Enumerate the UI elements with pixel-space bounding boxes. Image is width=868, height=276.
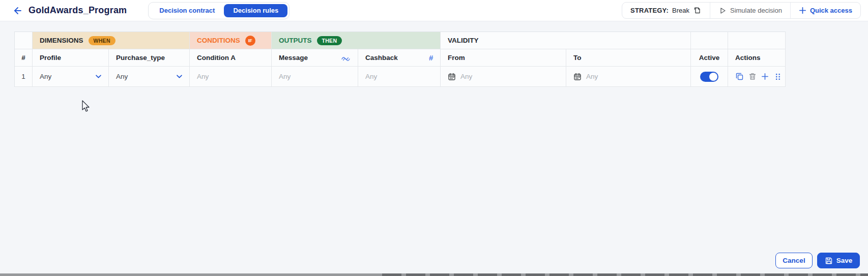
condition-a-cell: [190, 67, 272, 87]
to-date-field[interactable]: Any: [566, 67, 691, 87]
decision-rules-table: DIMENSIONS WHEN CONDITIONS IF OUTPUTS TH…: [14, 32, 786, 87]
text-type-icon: [341, 54, 351, 62]
col-header-profile: Profile: [33, 49, 109, 67]
active-cell: [691, 67, 728, 87]
trash-icon: [748, 72, 757, 81]
profile-dropdown[interactable]: Any: [33, 67, 109, 87]
cashback-cell: [358, 67, 441, 87]
add-row-button[interactable]: [761, 73, 769, 80]
strategy-label: STRATEGY:: [630, 7, 669, 14]
top-bar: GoldAwards_Program Decision contract Dec…: [0, 0, 868, 21]
arrow-left-icon: [12, 6, 22, 16]
col-header-actions: Actions: [728, 49, 786, 67]
chevron-down-icon: [177, 75, 182, 78]
group-outputs-label: OUTPUTS: [279, 37, 312, 44]
group-cell-empty-active: [691, 32, 728, 49]
quick-access-button[interactable]: Quick access: [790, 3, 860, 18]
mouse-cursor: [80, 100, 92, 113]
col-header-purchase-type: Purchase_type: [109, 49, 190, 67]
plus-icon: [799, 7, 806, 14]
quick-access-label: Quick access: [810, 7, 852, 14]
tab-decision-rules[interactable]: Decision rules: [224, 4, 287, 17]
page-title: GoldAwards_Program: [28, 5, 127, 16]
bottom-window-edge: [0, 273, 868, 276]
strategy-control[interactable]: STRATEGY: Break: [622, 3, 710, 18]
purchase-type-dropdown[interactable]: Any: [109, 67, 190, 87]
simulate-decision-button[interactable]: Simulate decision: [710, 3, 790, 18]
col-header-from: From: [441, 49, 566, 67]
delete-row-button[interactable]: [748, 72, 757, 81]
col-header-condition-a: Condition A: [190, 49, 272, 67]
when-badge: WHEN: [89, 36, 115, 45]
top-bar-left: GoldAwards_Program Decision contract Dec…: [12, 2, 290, 19]
then-badge: THEN: [317, 36, 342, 45]
group-cell-empty-actions: [728, 32, 786, 49]
calendar-icon: [573, 73, 582, 81]
tab-decision-contract[interactable]: Decision contract: [150, 4, 224, 17]
plus-icon: [761, 73, 769, 80]
col-header-message: Message: [272, 49, 358, 67]
number-type-icon: #: [429, 53, 433, 62]
message-input[interactable]: [279, 73, 351, 80]
group-conditions: CONDITIONS IF: [190, 32, 272, 49]
col-header-cashback-label: Cashback: [365, 54, 398, 62]
actions-cell: [728, 67, 786, 87]
save-button-label: Save: [836, 257, 853, 264]
col-header-active: Active: [691, 49, 728, 67]
group-validity: VALIDITY: [441, 32, 691, 49]
col-header-to: To: [566, 49, 691, 67]
cancel-button[interactable]: Cancel: [775, 253, 813, 268]
toolbar: STRATEGY: Break Simulate decision Quick …: [622, 2, 861, 19]
view-tabs: Decision contract Decision rules: [148, 2, 290, 19]
purchase-type-dropdown-value: Any: [116, 73, 128, 80]
duplicate-row-button[interactable]: [735, 72, 744, 81]
group-cell-empty-index: [15, 32, 33, 49]
drag-handle-icon: [775, 73, 780, 80]
active-toggle[interactable]: [700, 72, 718, 82]
save-disk-icon: [825, 257, 833, 265]
cashback-input[interactable]: [365, 73, 433, 80]
back-button[interactable]: [12, 6, 22, 16]
calendar-icon: [448, 73, 456, 81]
simulate-decision-label: Simulate decision: [730, 7, 782, 14]
strategy-value: Break: [672, 7, 689, 14]
chevron-down-icon: [96, 75, 101, 78]
strategy-icon: [693, 6, 702, 15]
copy-icon: [735, 72, 744, 81]
footer-actions: Cancel Save: [775, 253, 860, 268]
col-header-index: #: [15, 49, 33, 67]
from-date-placeholder: Any: [460, 73, 472, 80]
play-icon: [718, 7, 727, 15]
profile-dropdown-value: Any: [40, 73, 51, 80]
if-badge: IF: [245, 36, 255, 46]
group-dimensions-label: DIMENSIONS: [40, 37, 83, 44]
col-header-message-label: Message: [279, 54, 308, 62]
save-button[interactable]: Save: [817, 253, 860, 268]
group-outputs: OUTPUTS THEN: [272, 32, 441, 49]
group-dimensions: DIMENSIONS WHEN: [33, 32, 190, 49]
condition-a-input[interactable]: [197, 73, 264, 80]
from-date-field[interactable]: Any: [441, 67, 566, 87]
to-date-placeholder: Any: [586, 73, 598, 80]
message-cell: [272, 67, 358, 87]
col-header-cashback: Cashback #: [358, 49, 441, 67]
row-index: 1: [15, 67, 33, 87]
group-conditions-label: CONDITIONS: [197, 37, 240, 44]
drag-row-handle[interactable]: [775, 73, 780, 80]
group-validity-label: VALIDITY: [448, 37, 479, 44]
